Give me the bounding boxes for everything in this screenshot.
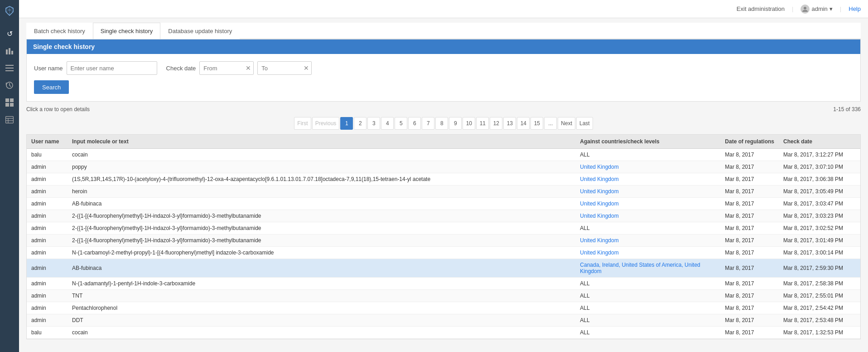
page-8-button[interactable]: 8: [435, 117, 448, 130]
page-15-button[interactable]: 15: [530, 117, 543, 130]
cell-user: admin: [27, 290, 68, 302]
cell-molecule: cocain: [68, 327, 575, 339]
table-row[interactable]: admin 2-({1-[(4-fluorophenyl)methyl]-1H-…: [27, 210, 860, 222]
table-row[interactable]: admin AB-fubinaca United Kingdom Mar 8, …: [27, 198, 860, 210]
against-link[interactable]: United Kingdom: [580, 188, 618, 195]
page-4-button[interactable]: 4: [381, 117, 394, 130]
cell-check-date: Mar 8, 2017, 3:01:49 PM: [779, 235, 860, 247]
table-row[interactable]: balu cocain ALL Mar 8, 2017 Mar 8, 2017,…: [27, 327, 860, 339]
cell-user: admin: [27, 235, 68, 247]
against-link[interactable]: United Kingdom: [580, 249, 618, 256]
tab-database-update-history[interactable]: Database update history: [160, 23, 240, 39]
against-value: ALL: [580, 152, 589, 158]
sidebar-table-icon[interactable]: [2, 112, 17, 127]
sidebar-refresh-icon[interactable]: ↺: [2, 26, 17, 41]
against-link[interactable]: Canada, Ireland, United States of Americ…: [580, 262, 700, 274]
page-5-button[interactable]: 5: [395, 117, 407, 130]
search-button-row: Search: [34, 80, 853, 94]
cell-date-reg: Mar 8, 2017: [720, 173, 779, 186]
cell-molecule: 2-({1-[(4-fluorophenyl)methyl]-1H-indazo…: [68, 235, 575, 247]
table-row[interactable]: admin Pentachlorophenol ALL Mar 8, 2017 …: [27, 302, 860, 314]
page-10-button[interactable]: 10: [463, 117, 475, 130]
against-value: ALL: [580, 305, 589, 311]
cell-check-date: Mar 8, 2017, 2:59:30 PM: [779, 259, 860, 278]
page-7-button[interactable]: 7: [422, 117, 434, 130]
cell-molecule: 2-({1-[(4-fluorophenyl)methyl]-1H-indazo…: [68, 210, 575, 222]
page-12-button[interactable]: 12: [490, 117, 502, 130]
table-row[interactable]: admin AB-fubinaca Canada, Ireland, Unite…: [27, 259, 860, 278]
table-row[interactable]: admin DDT ALL Mar 8, 2017 Mar 8, 2017, 2…: [27, 314, 860, 327]
cell-against: United Kingdom: [575, 247, 720, 259]
cell-date-reg: Mar 8, 2017: [720, 235, 779, 247]
against-value: ALL: [580, 280, 589, 287]
username-label: User name: [34, 65, 63, 72]
page-next-button[interactable]: Next: [558, 117, 575, 130]
results-table: User name Input molecule or text Against…: [27, 135, 860, 339]
page-3-button[interactable]: 3: [367, 117, 380, 130]
from-date-wrapper: ✕: [199, 61, 254, 75]
tab-bar: Batch check history Single check history…: [26, 23, 861, 39]
table-row[interactable]: admin 2-({1-[(4-fluorophenyl)methyl]-1H-…: [27, 222, 860, 235]
check-date-label: Check date: [166, 65, 196, 72]
cell-molecule: DDT: [68, 314, 575, 327]
table-row[interactable]: admin poppy United Kingdom Mar 8, 2017 M…: [27, 161, 860, 173]
from-date-clear-icon[interactable]: ✕: [246, 64, 251, 72]
cell-date-reg: Mar 8, 2017: [720, 222, 779, 235]
cell-against: United Kingdom: [575, 235, 720, 247]
sidebar-chart-icon[interactable]: [2, 44, 17, 58]
page-13-button[interactable]: 13: [503, 117, 516, 130]
table-row[interactable]: balu cocain ALL Mar 8, 2017 Mar 8, 2017,…: [27, 149, 860, 161]
exit-admin-link[interactable]: Exit administration: [737, 5, 785, 12]
cell-check-date: Mar 8, 2017, 3:12:27 PM: [779, 149, 860, 161]
against-link[interactable]: United Kingdom: [580, 237, 618, 244]
admin-menu[interactable]: admin ▾: [800, 5, 832, 14]
page-first-button[interactable]: First: [294, 117, 311, 130]
against-link[interactable]: United Kingdom: [580, 213, 618, 219]
cell-against: United Kingdom: [575, 186, 720, 198]
cell-molecule: AB-fubinaca: [68, 259, 575, 278]
search-button[interactable]: Search: [34, 80, 69, 94]
tab-batch-check-history[interactable]: Batch check history: [26, 23, 93, 39]
cell-check-date: Mar 8, 2017, 2:53:48 PM: [779, 314, 860, 327]
table-row[interactable]: admin TNT ALL Mar 8, 2017 Mar 8, 2017, 2…: [27, 290, 860, 302]
svg-rect-2: [11, 51, 13, 54]
help-link[interactable]: Help: [849, 5, 861, 12]
sidebar-grid-icon[interactable]: [2, 95, 17, 110]
sidebar-clock-icon[interactable]: [2, 78, 17, 93]
table-row[interactable]: admin (1S,5R,13R,14S,17R)-10-(acetyloxy)…: [27, 173, 860, 186]
avatar: [800, 5, 810, 14]
col-header-against: Against countries/check levels: [575, 135, 720, 149]
tab-single-check-history[interactable]: Single check history: [93, 23, 161, 39]
to-date-clear-icon[interactable]: ✕: [304, 64, 309, 72]
panel-body: User name Check date ✕ ✕: [27, 54, 860, 101]
against-link[interactable]: United Kingdom: [580, 176, 618, 182]
against-value: ALL: [580, 329, 589, 336]
cell-against: ALL: [575, 278, 720, 290]
col-header-molecule: Input molecule or text: [68, 135, 575, 149]
username-input[interactable]: [67, 61, 157, 75]
panel-title: Single check history: [27, 39, 860, 54]
cell-check-date: Mar 8, 2017, 3:03:47 PM: [779, 198, 860, 210]
against-link[interactable]: United Kingdom: [580, 164, 618, 170]
search-form-row: User name Check date ✕ ✕: [34, 61, 853, 75]
table-row[interactable]: admin 2-({1-[(4-fluorophenyl)methyl]-1H-…: [27, 235, 860, 247]
table-row[interactable]: admin N-(1-adamantyl)-1-pentyl-1H-indole…: [27, 278, 860, 290]
table-row[interactable]: admin N-(1-carbamoyl-2-methyl-propyl)-1-…: [27, 247, 860, 259]
table-row[interactable]: admin heroin United Kingdom Mar 8, 2017 …: [27, 186, 860, 198]
page-11-button[interactable]: 11: [476, 117, 489, 130]
svg-point-15: [804, 7, 806, 10]
page-last-button[interactable]: Last: [576, 117, 593, 130]
table-body: balu cocain ALL Mar 8, 2017 Mar 8, 2017,…: [27, 149, 860, 339]
svg-rect-4: [5, 68, 14, 68]
page-9-button[interactable]: 9: [449, 117, 462, 130]
cell-user: admin: [27, 161, 68, 173]
page-1-button[interactable]: 1: [340, 117, 353, 130]
page-6-button[interactable]: 6: [408, 117, 421, 130]
cell-molecule: N-(1-carbamoyl-2-methyl-propyl)-1-[(4-fl…: [68, 247, 575, 259]
page-2-button[interactable]: 2: [354, 117, 366, 130]
page-14-button[interactable]: 14: [517, 117, 530, 130]
page-content: Batch check history Single check history…: [19, 18, 868, 352]
sidebar-list-icon[interactable]: [2, 61, 17, 75]
against-link[interactable]: United Kingdom: [580, 200, 618, 207]
page-previous-button[interactable]: Previous: [312, 117, 340, 130]
